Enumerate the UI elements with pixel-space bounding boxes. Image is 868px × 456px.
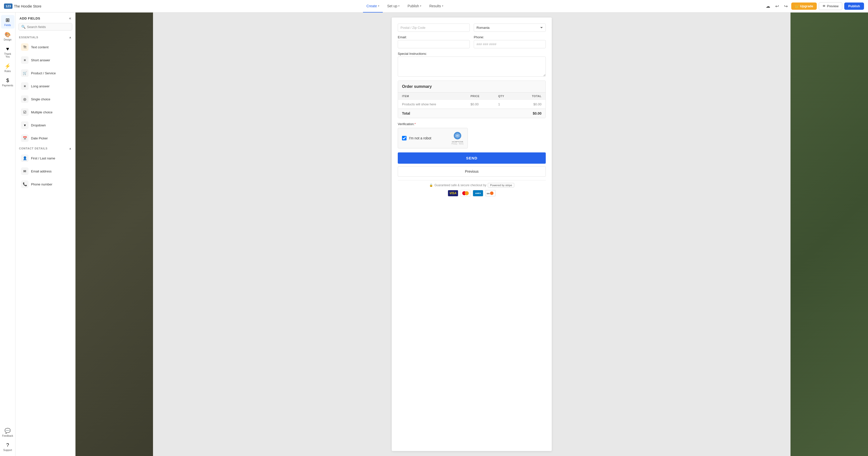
recaptcha-logo-icon: rC xyxy=(454,132,462,141)
logo-icon: 123 xyxy=(4,3,12,9)
field-label: Short answer xyxy=(31,58,50,62)
payment-icons: VISA AMEX DIS xyxy=(398,190,546,197)
canvas-left xyxy=(75,12,153,456)
search-icon: 🔍 xyxy=(21,25,26,29)
sidebar-item-rules[interactable]: ⚡ Rules xyxy=(1,61,14,75)
chevron-down-icon: ▾ xyxy=(398,4,400,7)
list-item[interactable]: ≡ Short answer xyxy=(18,54,73,66)
recaptcha-box[interactable]: I'm not a robot rC xyxy=(398,128,468,148)
cloud-save-button[interactable]: ☁ xyxy=(764,2,772,10)
list-item[interactable]: Tt Text content xyxy=(18,41,73,53)
preview-button[interactable]: 👁 Preview xyxy=(819,2,842,10)
product-service-icon: 🛒 xyxy=(21,69,29,77)
chevron-down-icon: ▾ xyxy=(420,4,421,7)
postal-input[interactable] xyxy=(398,24,470,32)
collapse-panel-button[interactable]: « xyxy=(69,16,71,21)
eye-icon: 👁 xyxy=(823,4,826,8)
list-item[interactable]: 👤 First / Last name xyxy=(18,152,73,165)
search-box: 🔍 xyxy=(19,23,72,31)
order-total-row: Total $0.00 xyxy=(398,109,546,118)
sidebar-item-thankyou[interactable]: ♥ Thank You xyxy=(1,44,14,60)
main-layout: ⊞ Fields 🎨 Design ♥ Thank You ⚡ Rules $ … xyxy=(0,12,868,456)
contact-label: CONTACT DETAILS xyxy=(19,147,48,150)
long-answer-icon: ≡ xyxy=(21,82,29,90)
search-input[interactable] xyxy=(27,25,69,29)
tab-results[interactable]: Results ▾ xyxy=(426,0,447,12)
list-item[interactable]: ≡ Long answer xyxy=(18,80,73,92)
list-item[interactable]: ▾ Dropdown xyxy=(18,119,73,132)
table-header-total: TOTAL xyxy=(517,93,546,100)
nav-tabs: Create ▾ Set up ▾ Publish ▾ Results ▾ xyxy=(45,0,764,12)
essentials-toggle-button[interactable]: ▲ xyxy=(69,35,72,39)
fields-title: ADD FIELDS xyxy=(20,17,40,20)
field-label: Long answer xyxy=(31,84,50,88)
field-label: Date Picker xyxy=(31,136,48,140)
email-address-icon: ✉ xyxy=(21,167,29,175)
single-choice-icon: ◎ xyxy=(21,95,29,103)
list-item[interactable]: ☑ Multiple choice xyxy=(18,106,73,118)
send-button[interactable]: SEND xyxy=(398,152,546,164)
publish-button[interactable]: Publish xyxy=(844,2,864,10)
tab-create[interactable]: Create ▾ xyxy=(363,0,383,12)
table-header-qty: QTY xyxy=(494,93,517,100)
secure-checkout: 🔒 Guaranteed safe & secure checkout by P… xyxy=(398,180,546,198)
undo-button[interactable]: ↩ xyxy=(774,2,780,10)
crown-icon: 👑 xyxy=(795,4,799,8)
payments-icon: $ xyxy=(6,78,9,83)
tab-publish[interactable]: Publish ▾ xyxy=(404,0,425,12)
verification-group: Verification:* I'm not a robot xyxy=(398,122,546,148)
upgrade-button[interactable]: 👑 Upgrade xyxy=(791,2,817,10)
list-item[interactable]: ✉ Email address xyxy=(18,165,73,177)
field-label: Dropdown xyxy=(31,123,46,127)
sidebar-item-design[interactable]: 🎨 Design xyxy=(1,30,14,43)
contact-toggle-button[interactable]: ▲ xyxy=(69,147,72,150)
special-instructions-textarea[interactable] xyxy=(398,57,546,77)
discover-card-icon: DIS xyxy=(485,190,496,197)
stripe-badge: Powered by stripe xyxy=(488,183,514,188)
sidebar-item-feedback[interactable]: 💬 Feedback xyxy=(1,426,14,439)
multiple-choice-icon: ☑ xyxy=(21,108,29,116)
fields-icon: ⊞ xyxy=(5,17,10,23)
previous-button[interactable]: Previous xyxy=(398,166,546,177)
fields-header: ADD FIELDS « xyxy=(16,12,75,23)
list-item[interactable]: ◎ Single choice xyxy=(18,93,73,105)
verification-label: Verification:* xyxy=(398,122,546,126)
postal-country-row: Romania United States Germany xyxy=(398,24,546,32)
sidebar-item-payments[interactable]: $ Payments xyxy=(1,76,14,89)
recaptcha-text: I'm not a robot xyxy=(409,136,431,140)
svg-point-3 xyxy=(490,192,494,195)
sidebar-item-support[interactable]: ? Support xyxy=(1,440,14,454)
field-label: First / Last name xyxy=(31,156,55,160)
list-item[interactable]: 🛒 Product / Service xyxy=(18,67,73,79)
special-instructions-group: Special Instructions: xyxy=(398,52,546,77)
postal-group xyxy=(398,24,470,32)
table-cell-qty: 1 xyxy=(494,100,517,109)
recaptcha-checkbox[interactable] xyxy=(402,136,406,140)
email-group: Email: xyxy=(398,35,470,48)
table-cell-price: $0.00 xyxy=(466,100,494,109)
list-item[interactable]: 📅 Date Picker xyxy=(18,132,73,144)
total-label: Total xyxy=(398,109,517,118)
email-label: Email: xyxy=(398,35,470,39)
table-cell-total: $0.00 xyxy=(517,100,546,109)
country-select[interactable]: Romania United States Germany xyxy=(474,24,546,32)
phone-input[interactable] xyxy=(474,40,546,48)
redo-button[interactable]: ↪ xyxy=(782,2,789,10)
tab-setup[interactable]: Set up ▾ xyxy=(384,0,403,12)
lock-icon: 🔒 xyxy=(429,183,433,187)
thankyou-icon: ♥ xyxy=(6,46,9,52)
essentials-section-header: ESSENTIALS ▲ xyxy=(16,33,75,40)
country-group: Romania United States Germany xyxy=(474,24,546,32)
list-item[interactable]: 📞 Phone number xyxy=(18,178,73,191)
phone-label: Phone: xyxy=(474,35,546,39)
canvas-right xyxy=(790,12,868,456)
email-input[interactable] xyxy=(398,40,470,48)
mastercard-icon xyxy=(460,190,471,197)
special-instructions-label: Special Instructions: xyxy=(398,52,546,56)
sidebar-item-fields[interactable]: ⊞ Fields xyxy=(1,15,14,29)
amex-card-icon: AMEX xyxy=(473,190,483,197)
field-label: Text content xyxy=(31,45,49,49)
nav-actions: ☁ ↩ ↪ 👑 Upgrade 👁 Preview Publish xyxy=(764,2,864,10)
field-label: Phone number xyxy=(31,182,52,186)
order-summary-title: Order summary xyxy=(398,81,546,93)
